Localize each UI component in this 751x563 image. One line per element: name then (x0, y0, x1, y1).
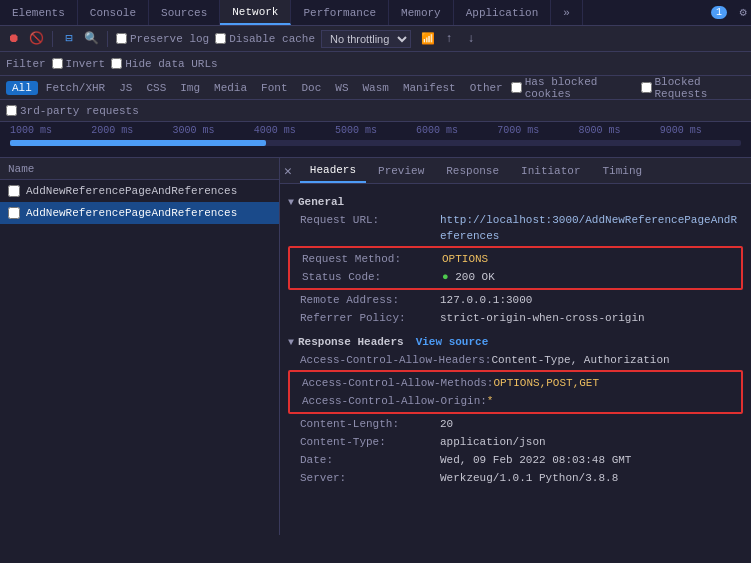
clear-icon[interactable]: 🚫 (28, 31, 44, 47)
detail-tab-preview[interactable]: Preview (368, 158, 434, 183)
timeline-bar: 1000 ms 2000 ms 3000 ms 4000 ms 5000 ms … (0, 122, 751, 158)
timeline-label-4000: 4000 ms (254, 125, 335, 136)
export-icon[interactable]: ↓ (463, 31, 479, 47)
tab-console[interactable]: Console (78, 0, 149, 25)
general-section-header: ▼ General (288, 196, 743, 208)
throttle-select[interactable]: No throttling (321, 30, 411, 48)
timeline-label-2000: 2000 ms (91, 125, 172, 136)
requests-header: Name (0, 158, 279, 180)
details-content: ▼ General Request URL: http://localhost:… (280, 184, 751, 535)
detail-tab-timing[interactable]: Timing (593, 158, 653, 183)
timeline-label-7000: 7000 ms (497, 125, 578, 136)
request-url-row: Request URL: http://localhost:3000/AddNe… (300, 212, 743, 244)
invert-checkbox[interactable] (52, 58, 63, 69)
wifi-icon: 📶 (421, 32, 435, 45)
detail-tab-response[interactable]: Response (436, 158, 509, 183)
general-section-title: General (298, 196, 344, 208)
type-filter-media[interactable]: Media (208, 81, 253, 95)
timeline-progress (10, 140, 741, 146)
hide-data-urls-checkbox[interactable] (111, 58, 122, 69)
tab-elements[interactable]: Elements (0, 0, 78, 25)
timeline-label-1000: 1000 ms (10, 125, 91, 136)
invert-checkbox-label[interactable]: Invert (52, 58, 106, 70)
status-code-value: ● 200 OK (442, 269, 495, 285)
preserve-log-checkbox-label[interactable]: Preserve log (116, 33, 209, 45)
search-icon[interactable]: 🔍 (83, 31, 99, 47)
preserve-log-checkbox[interactable] (116, 33, 127, 44)
request-row-2-checkbox[interactable] (8, 207, 20, 219)
acah-row: Access-Control-Allow-Headers: Content-Ty… (300, 352, 743, 368)
type-filter-doc[interactable]: Doc (295, 81, 327, 95)
third-party-checkbox[interactable] (6, 105, 17, 116)
detail-tab-headers[interactable]: Headers (300, 158, 366, 183)
request-row-1[interactable]: AddNewReferencePageAndReferences (0, 180, 279, 202)
type-filter-img[interactable]: Img (174, 81, 206, 95)
type-filter-wasm[interactable]: Wasm (357, 81, 395, 95)
invert-label: Invert (66, 58, 106, 70)
view-source-link[interactable]: View source (416, 336, 489, 348)
acam-key: Access-Control-Allow-Methods: (302, 375, 493, 391)
detail-tab-initiator[interactable]: Initiator (511, 158, 590, 183)
referrer-policy-row: Referrer Policy: strict-origin-when-cros… (300, 310, 743, 326)
type-filter-all[interactable]: All (6, 81, 38, 95)
filter-bar: Filter Invert Hide data URLs (0, 52, 751, 76)
toolbar-separator-2 (107, 31, 108, 47)
content-length-key: Content-Length: (300, 416, 440, 432)
devtools-right-icons: 1 ⚙ (711, 5, 751, 21)
acao-row: Access-Control-Allow-Origin: * (302, 393, 741, 409)
tab-sources[interactable]: Sources (149, 0, 220, 25)
tab-performance[interactable]: Performance (291, 0, 389, 25)
response-headers-title: Response Headers (298, 336, 404, 348)
blocked-requests-checkbox[interactable] (641, 82, 652, 93)
timeline-label-3000: 3000 ms (172, 125, 253, 136)
type-filter-js[interactable]: JS (113, 81, 138, 95)
type-filter-other[interactable]: Other (464, 81, 509, 95)
has-blocked-cookies-label[interactable]: Has blocked cookies (511, 76, 633, 100)
request-method-key: Request Method: (302, 251, 442, 267)
settings-icon[interactable]: ⚙ (735, 5, 751, 21)
record-icon[interactable]: ⏺ (6, 31, 22, 47)
timeline-label-6000: 6000 ms (416, 125, 497, 136)
blocked-requests-label[interactable]: Blocked Requests (641, 76, 745, 100)
filter-label: Filter (6, 58, 46, 70)
content-length-row: Content-Length: 20 (300, 416, 743, 432)
timeline-labels: 1000 ms 2000 ms 3000 ms 4000 ms 5000 ms … (0, 122, 751, 138)
tab-application[interactable]: Application (454, 0, 552, 25)
response-headers-section-header: ▼ Response Headers View source (288, 336, 743, 348)
hide-data-urls-label: Hide data URLs (125, 58, 217, 70)
status-code-text: 200 OK (455, 271, 495, 283)
has-blocked-cookies-checkbox[interactable] (511, 82, 522, 93)
request-row-2[interactable]: AddNewReferencePageAndReferences (0, 202, 279, 224)
filter-icon[interactable]: ⊟ (61, 31, 77, 47)
disable-cache-checkbox[interactable] (215, 33, 226, 44)
date-value: Wed, 09 Feb 2022 08:03:48 GMT (440, 452, 631, 468)
type-filter-bar: All Fetch/XHR JS CSS Img Media Font Doc … (0, 76, 751, 100)
server-row: Server: Werkzeug/1.0.1 Python/3.8.8 (300, 470, 743, 486)
type-filter-fetch-xhr[interactable]: Fetch/XHR (40, 81, 111, 95)
disable-cache-checkbox-label[interactable]: Disable cache (215, 33, 315, 45)
network-toolbar: ⏺ 🚫 ⊟ 🔍 Preserve log Disable cache No th… (0, 26, 751, 52)
request-row-1-checkbox[interactable] (8, 185, 20, 197)
status-code-row: Status Code: ● 200 OK (302, 269, 741, 285)
close-details-button[interactable]: ✕ (284, 163, 292, 179)
tab-network[interactable]: Network (220, 0, 291, 25)
type-filter-ws[interactable]: WS (329, 81, 354, 95)
tab-more[interactable]: » (551, 0, 583, 25)
third-party-checkbox-label[interactable]: 3rd-party requests (6, 105, 139, 117)
request-method-box: Request Method: OPTIONS Status Code: ● 2… (288, 246, 743, 290)
timeline-label-5000: 5000 ms (335, 125, 416, 136)
type-filter-manifest[interactable]: Manifest (397, 81, 462, 95)
import-icon[interactable]: ↑ (441, 31, 457, 47)
date-row: Date: Wed, 09 Feb 2022 08:03:48 GMT (300, 452, 743, 468)
request-method-value: OPTIONS (442, 251, 488, 267)
request-method-row: Request Method: OPTIONS (302, 251, 741, 267)
tab-memory[interactable]: Memory (389, 0, 454, 25)
timeline-label-9000: 9000 ms (660, 125, 741, 136)
type-filter-font[interactable]: Font (255, 81, 293, 95)
type-filter-css[interactable]: CSS (140, 81, 172, 95)
details-panel: ✕ Headers Preview Response Initiator Tim… (280, 158, 751, 535)
blocked-requests-text: Blocked Requests (655, 76, 745, 100)
request-url-key: Request URL: (300, 212, 440, 228)
hide-data-urls-checkbox-label[interactable]: Hide data URLs (111, 58, 217, 70)
name-column-header: Name (8, 163, 34, 175)
